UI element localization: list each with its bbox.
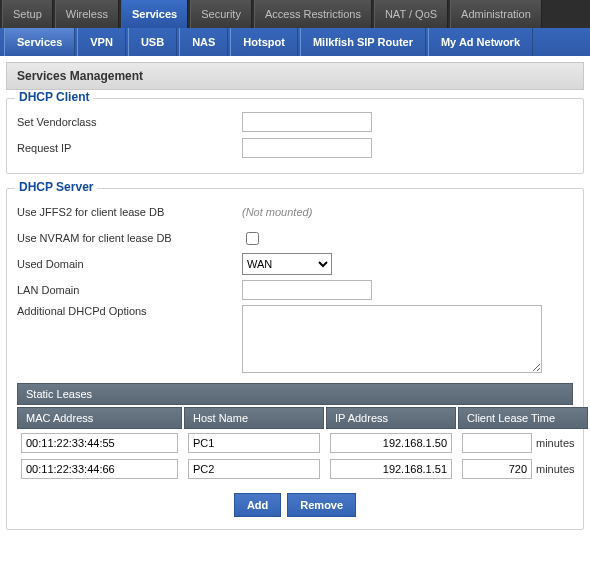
lease-host-input[interactable] — [188, 459, 320, 479]
table-row: minutes — [458, 431, 588, 455]
legend-dhcp-client: DHCP Client — [15, 90, 93, 104]
label-nvram: Use NVRAM for client lease DB — [17, 232, 242, 244]
col-ip: IP Address — [326, 407, 456, 429]
subtab-services[interactable]: Services — [4, 28, 75, 56]
subtab-usb[interactable]: USB — [128, 28, 177, 56]
table-row — [17, 457, 182, 481]
lease-grid: MAC Address Host Name IP Address Client … — [17, 407, 573, 481]
label-jffs2: Use JFFS2 for client lease DB — [17, 206, 242, 218]
col-mac: MAC Address — [17, 407, 182, 429]
lease-ip-input[interactable] — [330, 433, 452, 453]
subtab-milkfish[interactable]: Milkfish SIP Router — [300, 28, 426, 56]
add-button[interactable]: Add — [234, 493, 281, 517]
select-used-domain[interactable]: WAN — [242, 253, 332, 275]
lease-buttons: Add Remove — [17, 493, 573, 517]
tab-wireless[interactable]: Wireless — [55, 0, 119, 28]
table-row — [17, 431, 182, 455]
table-row — [184, 431, 324, 455]
col-lease: Client Lease Time — [458, 407, 588, 429]
remove-button[interactable]: Remove — [287, 493, 356, 517]
lease-host-input[interactable] — [188, 433, 320, 453]
input-request-ip[interactable] — [242, 138, 372, 158]
input-vendorclass[interactable] — [242, 112, 372, 132]
table-row: minutes — [458, 457, 588, 481]
label-lan-domain: LAN Domain — [17, 284, 242, 296]
lease-ip-input[interactable] — [330, 459, 452, 479]
note-jffs2: (Not mounted) — [242, 206, 312, 218]
label-used-domain: Used Domain — [17, 258, 242, 270]
fieldset-dhcp-client: DHCP Client Set Vendorclass Request IP — [6, 98, 584, 174]
tab-access-restrictions[interactable]: Access Restrictions — [254, 0, 372, 28]
table-row — [326, 431, 456, 455]
col-host: Host Name — [184, 407, 324, 429]
tab-nat-qos[interactable]: NAT / QoS — [374, 0, 448, 28]
lease-time-input[interactable] — [462, 433, 532, 453]
lease-time-input[interactable] — [462, 459, 532, 479]
input-lan-domain[interactable] — [242, 280, 372, 300]
tab-setup[interactable]: Setup — [2, 0, 53, 28]
static-leases: Static Leases MAC Address Host Name IP A… — [17, 383, 573, 517]
table-row — [184, 457, 324, 481]
label-dhcpd-options: Additional DHCPd Options — [17, 305, 242, 317]
lease-mac-input[interactable] — [21, 433, 178, 453]
top-nav: Setup Wireless Services Security Access … — [0, 0, 590, 28]
checkbox-nvram[interactable] — [246, 232, 259, 245]
tab-administration[interactable]: Administration — [450, 0, 542, 28]
legend-dhcp-server: DHCP Server — [15, 180, 97, 194]
tab-security[interactable]: Security — [190, 0, 252, 28]
tab-services[interactable]: Services — [121, 0, 188, 28]
minutes-label: minutes — [536, 463, 575, 475]
subtab-nas[interactable]: NAS — [179, 28, 228, 56]
sub-nav: Services VPN USB NAS Hotspot Milkfish SI… — [0, 28, 590, 56]
static-leases-title: Static Leases — [17, 383, 573, 405]
subtab-vpn[interactable]: VPN — [77, 28, 126, 56]
label-vendorclass: Set Vendorclass — [17, 116, 242, 128]
page-body: Services Management DHCP Client Set Vend… — [0, 56, 590, 550]
label-request-ip: Request IP — [17, 142, 242, 154]
lease-mac-input[interactable] — [21, 459, 178, 479]
subtab-adnetwork[interactable]: My Ad Network — [428, 28, 533, 56]
fieldset-dhcp-server: DHCP Server Use JFFS2 for client lease D… — [6, 188, 584, 530]
table-row — [326, 457, 456, 481]
minutes-label: minutes — [536, 437, 575, 449]
textarea-dhcpd-options[interactable] — [242, 305, 542, 373]
subtab-hotspot[interactable]: Hotspot — [230, 28, 298, 56]
page-title: Services Management — [6, 62, 584, 90]
